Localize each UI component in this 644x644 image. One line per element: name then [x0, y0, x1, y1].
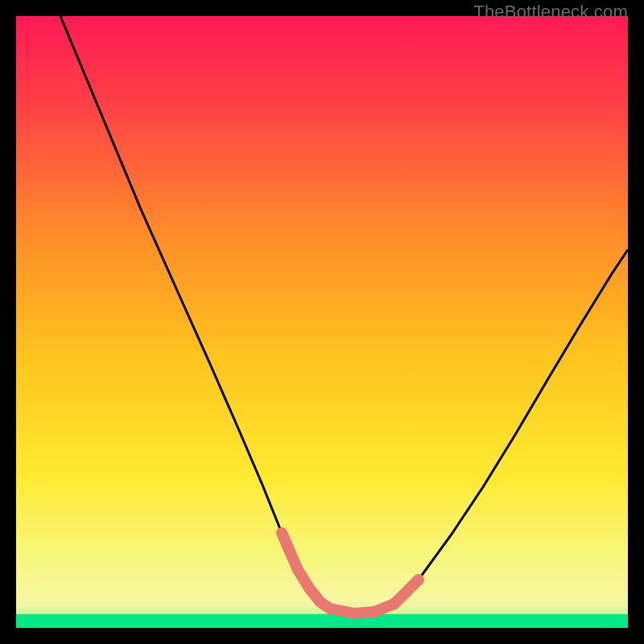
chart-bottom-strip — [16, 613, 628, 628]
chart-svg — [16, 16, 628, 628]
chart-frame: TheBottleneck.com — [0, 0, 644, 644]
chart-background — [16, 16, 628, 628]
chart-plot-area — [16, 16, 628, 628]
